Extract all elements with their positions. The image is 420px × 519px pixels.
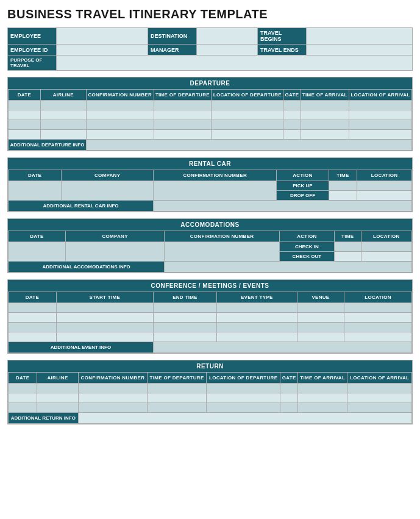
- travel-begins-value: [307, 28, 413, 45]
- ret-col-gate: GATE: [280, 373, 298, 384]
- accommodations-section: ACCOMODATIONS DATE COMPANY CONFIRMATION …: [7, 218, 413, 273]
- table-row: [9, 120, 412, 130]
- dep-col-time-arr: TIME OF ARRIVAL: [301, 90, 349, 101]
- acc-col-date: DATE: [9, 231, 66, 242]
- rental-car-table: DATE COMPANY CONFIRMATION NUMBER ACTION …: [8, 170, 412, 212]
- employee-id-value: [57, 45, 148, 55]
- checkin-action: CHECK IN: [279, 242, 334, 252]
- dep-col-date: DATE: [9, 90, 41, 101]
- ret-col-confirmation: CONFIRMATION NUMBER: [78, 373, 147, 384]
- departure-header: DEPARTURE: [8, 77, 412, 89]
- table-row: [9, 403, 412, 413]
- purpose-value: [57, 55, 413, 71]
- events-section: CONFERENCE / MEETINGS / EVENTS DATE STAR…: [7, 279, 413, 354]
- travel-begins-label: TRAVEL BEGINS: [258, 28, 307, 45]
- rc-col-company: COMPANY: [62, 170, 154, 181]
- additional-return-row: ADDITIONAL RETURN INFO: [9, 413, 412, 424]
- accommodations-header: ACCOMODATIONS: [8, 219, 412, 231]
- manager-value: [197, 45, 258, 55]
- acc-col-location: LOCATION: [361, 231, 412, 242]
- ret-col-time-dep: TIME OF DEPARTURE: [148, 373, 207, 384]
- additional-return-label: ADDITIONAL RETURN INFO: [9, 413, 79, 424]
- additional-rental-car-label: ADDITIONAL RENTAL CAR INFO: [9, 201, 154, 212]
- ret-col-loc-arr: LOCATION OF ARRIVAL: [347, 373, 412, 384]
- employee-label: EMPLOYEE: [8, 28, 57, 45]
- destination-label: DESTINATION: [148, 28, 197, 45]
- table-row: [9, 323, 412, 332]
- ret-col-loc-dep: LOCATION OF DEPARTURE: [207, 373, 280, 384]
- additional-departure-row: ADDITIONAL DEPARTURE INFO: [9, 140, 412, 151]
- table-row: [9, 332, 412, 342]
- accommodations-table: DATE COMPANY CONFIRMATION NUMBER ACTION …: [8, 231, 412, 273]
- accommodations-checkin-row: CHECK IN: [9, 242, 412, 252]
- table-row: [9, 130, 412, 140]
- employee-id-label: EMPLOYEE ID: [8, 45, 57, 55]
- additional-accommodations-row: ADDITIONAL ACCOMODATIONS INFO: [9, 262, 412, 273]
- dropoff-action: DROP OFF: [277, 191, 329, 201]
- acc-col-action: ACTION: [279, 231, 334, 242]
- manager-label: MANAGER: [148, 45, 197, 55]
- ret-col-date: DATE: [9, 373, 37, 384]
- rc-col-time: TIME: [329, 170, 357, 181]
- table-row: [9, 110, 412, 120]
- header-info-table: EMPLOYEE DESTINATION TRAVEL BEGINS EMPLO…: [7, 27, 413, 71]
- ev-col-start: START TIME: [56, 292, 153, 303]
- additional-event-label: ADDITIONAL EVENT INFO: [9, 342, 154, 353]
- travel-ends-label: TRAVEL ENDS: [258, 45, 307, 55]
- events-header: CONFERENCE / MEETINGS / EVENTS: [8, 280, 412, 292]
- additional-accommodations-label: ADDITIONAL ACCOMODATIONS INFO: [9, 262, 165, 273]
- table-row: [9, 101, 412, 110]
- travel-ends-value: [307, 45, 413, 55]
- ev-col-type: EVENT TYPE: [216, 292, 297, 303]
- dep-col-loc-dep: LOCATION OF DEPARTURE: [212, 90, 283, 101]
- rc-col-date: DATE: [9, 170, 62, 181]
- ret-col-airline: AIRLINE: [37, 373, 78, 384]
- pickup-action: PICK UP: [277, 181, 329, 191]
- events-table: DATE START TIME END TIME EVENT TYPE VENU…: [8, 292, 412, 353]
- dep-col-time-dep: TIME OF DEPARTURE: [154, 90, 212, 101]
- additional-departure-label: ADDITIONAL DEPARTURE INFO: [9, 140, 87, 151]
- rc-col-confirmation: CONFIRMATION NUMBER: [154, 170, 277, 181]
- acc-col-confirmation: CONFIRMATION NUMBER: [165, 231, 279, 242]
- ev-col-date: DATE: [9, 292, 57, 303]
- departure-section: DEPARTURE DATE AIRLINE CONFIRMATION NUMB…: [7, 77, 413, 151]
- ev-col-end: END TIME: [153, 292, 216, 303]
- return-section: RETURN DATE AIRLINE CONFIRMATION NUMBER …: [7, 360, 413, 424]
- return-table: DATE AIRLINE CONFIRMATION NUMBER TIME OF…: [8, 372, 412, 424]
- rental-car-section: RENTAL CAR DATE COMPANY CONFIRMATION NUM…: [7, 157, 413, 212]
- page-title: BUSINESS TRAVEL ITINERARY TEMPLATE: [7, 7, 413, 21]
- dep-col-confirmation: CONFIRMATION NUMBER: [86, 90, 154, 101]
- acc-col-time: TIME: [335, 231, 361, 242]
- dep-col-airline: AIRLINE: [40, 90, 86, 101]
- employee-value: [57, 28, 148, 45]
- purpose-label: PURPOSE OF TRAVEL: [8, 55, 57, 71]
- destination-value: [197, 28, 258, 45]
- ev-col-venue: VENUE: [297, 292, 344, 303]
- ev-col-location: LOCATION: [344, 292, 412, 303]
- ret-col-time-arr: TIME OF ARRIVAL: [298, 373, 347, 384]
- table-row: [9, 393, 412, 403]
- rental-car-header: RENTAL CAR: [8, 158, 412, 170]
- dep-col-gate: GATE: [283, 90, 301, 101]
- acc-col-company: COMPANY: [65, 231, 165, 242]
- rc-col-location: LOCATION: [357, 170, 412, 181]
- return-header: RETURN: [8, 360, 412, 372]
- additional-rental-car-row: ADDITIONAL RENTAL CAR INFO: [9, 201, 412, 212]
- departure-table: DATE AIRLINE CONFIRMATION NUMBER TIME OF…: [8, 89, 412, 151]
- rental-car-pickup-row: PICK UP: [9, 181, 412, 191]
- additional-event-row: ADDITIONAL EVENT INFO: [9, 342, 412, 353]
- dep-col-loc-arr: LOCATION OF ARRIVAL: [349, 90, 411, 101]
- table-row: [9, 313, 412, 323]
- table-row: [9, 303, 412, 313]
- checkout-action: CHECK OUT: [279, 252, 334, 262]
- table-row: [9, 384, 412, 393]
- rc-col-action: ACTION: [277, 170, 329, 181]
